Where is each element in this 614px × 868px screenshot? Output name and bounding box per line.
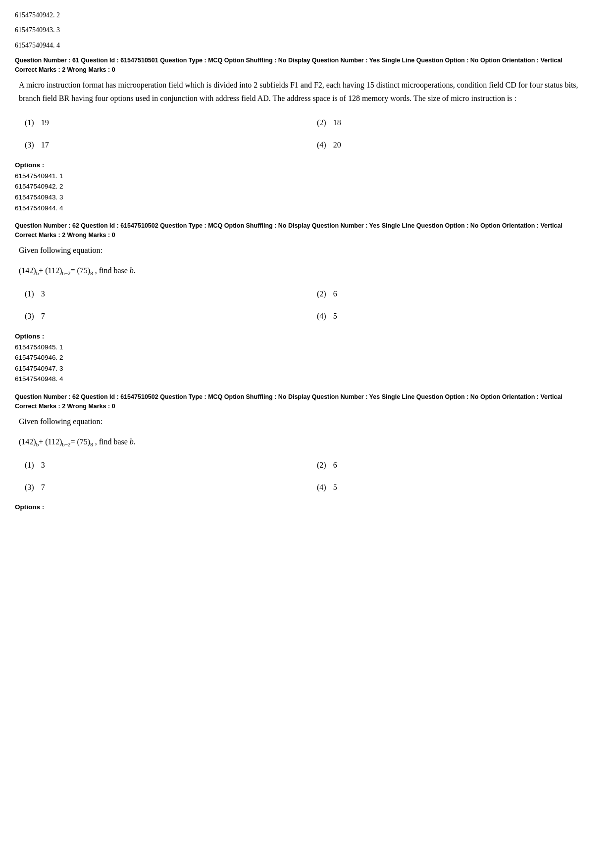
- q61-option-4: (4) 20: [307, 134, 599, 156]
- q62a-option-id-4: 61547540948. 4: [15, 374, 599, 385]
- top-options-list: 61547540942. 2 61547540943. 3 6154754094…: [15, 10, 599, 51]
- q61-body: A micro instruction format has microoper…: [15, 78, 599, 105]
- q61-marks: Correct Marks : 2 Wrong Marks : 0: [15, 66, 599, 73]
- q62a-option-1: (1) 3: [15, 283, 307, 305]
- q62a-body-pre: Given following equation:: [15, 243, 599, 257]
- q62b-body-pre: Given following equation:: [15, 415, 599, 428]
- q61-option-id-4: 61547540944. 4: [15, 203, 599, 214]
- q61-option-1: (1) 19: [15, 112, 307, 134]
- q61-opt1-label: (1): [25, 118, 34, 127]
- q62a-option-4: (4) 5: [307, 305, 599, 328]
- q62b-option-1: (1) 3: [15, 454, 307, 477]
- q62b-option-3: (3) 7: [15, 477, 307, 499]
- q61-options-section: Options :: [15, 161, 599, 169]
- q62a-option-id-2: 61547540946. 2: [15, 352, 599, 363]
- q61-opt2-label: (2): [317, 118, 326, 127]
- q62a-options-label: Options :: [15, 333, 44, 340]
- q61-opt3-value: 17: [41, 141, 49, 149]
- q62a-math: (142)b+ (112)b−2= (75)8 , find base b.: [15, 264, 599, 278]
- q61-opt2-value: 18: [333, 118, 341, 127]
- question-62b: Question Number : 62 Question Id : 61547…: [15, 392, 599, 511]
- q62b-option-4: (4) 5: [307, 477, 599, 499]
- q62a-meta: Question Number : 62 Question Id : 61547…: [15, 221, 599, 231]
- q62a-options-section: Options :: [15, 333, 599, 340]
- q62b-math: (142)b+ (112)b−2= (75)8 , find base b.: [15, 435, 599, 449]
- q61-option-id-2: 61547540942. 2: [15, 181, 599, 192]
- q62a-options-grid: (1) 3 (2) 6 (3) 7 (4) 5: [15, 283, 599, 328]
- q62b-options-label: Options :: [15, 503, 44, 511]
- q61-option-3: (3) 17: [15, 134, 307, 156]
- top-option-2: 61547540943. 3: [15, 25, 599, 36]
- q62a-option-id-1: 61547540945. 1: [15, 342, 599, 353]
- q62b-options-section: Options :: [15, 503, 599, 511]
- question-61: Question Number : 61 Question Id : 61547…: [15, 56, 599, 213]
- top-option-1: 61547540942. 2: [15, 10, 599, 21]
- q62a-option-3: (3) 7: [15, 305, 307, 328]
- q61-option-2: (2) 18: [307, 112, 599, 134]
- q62b-meta: Question Number : 62 Question Id : 61547…: [15, 392, 599, 402]
- q62a-option-2: (2) 6: [307, 283, 599, 305]
- q61-meta: Question Number : 61 Question Id : 61547…: [15, 56, 599, 65]
- top-option-3: 61547540944. 4: [15, 40, 599, 51]
- q61-option-id-3: 61547540943. 3: [15, 192, 599, 203]
- q61-options-grid: (1) 19 (2) 18 (3) 17 (4) 20: [15, 112, 599, 156]
- q62b-options-grid: (1) 3 (2) 6 (3) 7 (4) 5: [15, 454, 599, 499]
- q61-options-label: Options :: [15, 161, 44, 169]
- q62a-option-id-3: 61547540947. 3: [15, 363, 599, 374]
- q61-opt1-value: 19: [41, 118, 49, 127]
- q61-option-id-1: 61547540941. 1: [15, 171, 599, 182]
- q61-opt3-label: (3): [25, 141, 34, 149]
- q62a-marks: Correct Marks : 2 Wrong Marks : 0: [15, 232, 599, 239]
- q62b-marks: Correct Marks : 2 Wrong Marks : 0: [15, 403, 599, 410]
- question-62a: Question Number : 62 Question Id : 61547…: [15, 221, 599, 385]
- q61-opt4-value: 20: [333, 141, 341, 149]
- q61-opt4-label: (4): [317, 141, 326, 149]
- q62b-option-2: (2) 6: [307, 454, 599, 477]
